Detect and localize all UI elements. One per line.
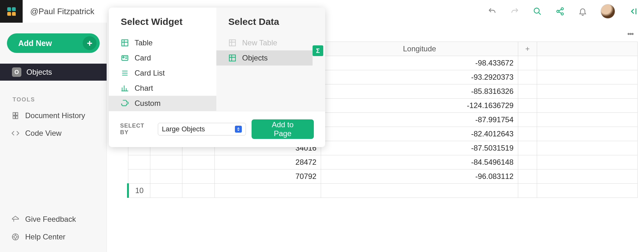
- sidebar-code-view[interactable]: Code View: [0, 124, 107, 142]
- svg-point-1: [561, 8, 564, 10]
- app-logo[interactable]: [0, 0, 23, 23]
- share-icon[interactable]: [555, 7, 565, 16]
- table-row[interactable]: 10: [128, 184, 638, 198]
- widget-option-table[interactable]: Table: [109, 35, 216, 50]
- user-handle[interactable]: @Paul Fitzpatrick: [30, 7, 94, 16]
- cell[interactable]: [518, 184, 537, 198]
- cell[interactable]: [182, 155, 215, 169]
- cell[interactable]: [182, 184, 215, 198]
- cell[interactable]: [518, 169, 537, 184]
- select-by-value: Large Objects: [162, 125, 205, 133]
- add-column-button[interactable]: +: [518, 42, 537, 56]
- bell-icon[interactable]: [578, 7, 587, 16]
- svg-point-2: [557, 10, 559, 13]
- row-number: [128, 155, 150, 169]
- sidebar: Add New + O Objects TOOLS Document Histo…: [0, 23, 107, 252]
- widget-label: Card List: [135, 69, 165, 77]
- cell-filler: [537, 155, 638, 169]
- cell[interactable]: [518, 155, 537, 169]
- cell-lon[interactable]: [321, 184, 518, 198]
- sidebar-page-objects[interactable]: O Objects: [0, 64, 107, 81]
- select-by-dropdown[interactable]: Large Objects: [158, 123, 246, 135]
- cell-lon[interactable]: -87.5031519: [321, 141, 518, 155]
- avatar[interactable]: [601, 4, 615, 19]
- tool-label: Help Center: [25, 232, 65, 241]
- cell-lon[interactable]: -87.991754: [321, 113, 518, 127]
- sidebar-feedback[interactable]: Give Feedback: [0, 210, 107, 228]
- data-label: Objects: [242, 54, 268, 62]
- add-new-button[interactable]: Add New +: [7, 33, 100, 53]
- row-number: 10: [128, 184, 150, 198]
- cell[interactable]: [518, 99, 537, 113]
- widget-label: Chart: [135, 84, 153, 93]
- svg-point-0: [534, 8, 539, 13]
- cell-lon[interactable]: -98.433672: [321, 56, 518, 70]
- cell[interactable]: [518, 141, 537, 155]
- cell-filler: [537, 141, 638, 155]
- select-widget-title: Select Widget: [109, 16, 216, 35]
- cell[interactable]: [518, 84, 537, 99]
- cell[interactable]: [150, 155, 182, 169]
- svg-point-3: [561, 13, 564, 15]
- cell[interactable]: [518, 70, 537, 84]
- widget-option-custom[interactable]: Custom: [109, 96, 216, 111]
- svg-point-9: [14, 236, 17, 238]
- sidebar-doc-history[interactable]: Document History: [0, 107, 107, 124]
- widget-option-cardlist[interactable]: Card List: [109, 66, 216, 81]
- col-filler: [537, 42, 638, 56]
- cell-filler: [537, 113, 638, 127]
- cell[interactable]: [150, 184, 182, 198]
- cell[interactable]: [150, 169, 182, 184]
- undo-icon[interactable]: [487, 7, 497, 16]
- col-longitude[interactable]: Longitude: [321, 42, 518, 56]
- svg-rect-5: [16, 112, 18, 115]
- cell-filler: [537, 169, 638, 184]
- table-row[interactable]: 28472-84.5496148: [128, 155, 638, 169]
- cell-lat[interactable]: [214, 184, 321, 198]
- tool-label: Document History: [25, 111, 85, 120]
- svg-rect-14: [229, 55, 236, 61]
- page-initial: O: [12, 67, 21, 77]
- cell-lon[interactable]: -96.083112: [321, 169, 518, 184]
- widget-label: Table: [135, 38, 153, 47]
- data-option-objects[interactable]: Objects: [216, 50, 313, 66]
- cell-filler: [537, 127, 638, 141]
- table-row[interactable]: 70792-96.083112: [128, 169, 638, 184]
- cell-filler: [537, 70, 638, 84]
- sigma-badge[interactable]: Σ: [313, 45, 323, 56]
- select-data-title: Select Data: [216, 16, 325, 35]
- tool-label: Code View: [25, 129, 62, 138]
- data-option-new-table: New Table: [216, 35, 325, 50]
- cell-lon[interactable]: -84.5496148: [321, 155, 518, 169]
- redo-icon: [510, 7, 519, 16]
- cell-lon[interactable]: -85.8316326: [321, 84, 518, 99]
- cell[interactable]: [518, 127, 537, 141]
- cell-lat[interactable]: 70792: [214, 169, 321, 184]
- more-icon[interactable]: •••: [627, 30, 633, 38]
- data-label: New Table: [242, 38, 277, 47]
- svg-rect-4: [13, 112, 15, 115]
- cell-lon[interactable]: -82.4012643: [321, 127, 518, 141]
- widget-option-chart[interactable]: Chart: [109, 81, 216, 96]
- svg-rect-13: [229, 40, 236, 46]
- cell[interactable]: [182, 169, 215, 184]
- cell-filler: [537, 56, 638, 70]
- cell-filler: [537, 184, 638, 198]
- cell-lon[interactable]: -124.1636729: [321, 99, 518, 113]
- tool-label: Give Feedback: [25, 215, 76, 224]
- cell[interactable]: [518, 56, 537, 70]
- chevron-updown-icon: [235, 126, 242, 133]
- collapse-panel-icon[interactable]: [628, 7, 638, 16]
- search-icon[interactable]: [533, 7, 542, 16]
- sidebar-help[interactable]: Help Center: [0, 228, 107, 246]
- tools-header: TOOLS: [0, 81, 107, 107]
- svg-point-12: [123, 57, 124, 58]
- cell[interactable]: [518, 113, 537, 127]
- cell-lon[interactable]: -93.2920373: [321, 70, 518, 84]
- select-by-label: SELECT BY: [120, 123, 152, 136]
- svg-rect-7: [16, 116, 18, 119]
- add-to-page-button[interactable]: Add to Page: [252, 119, 314, 139]
- widget-option-card[interactable]: Card: [109, 50, 216, 66]
- widget-label: Card: [135, 54, 151, 62]
- cell-lat[interactable]: 28472: [214, 155, 321, 169]
